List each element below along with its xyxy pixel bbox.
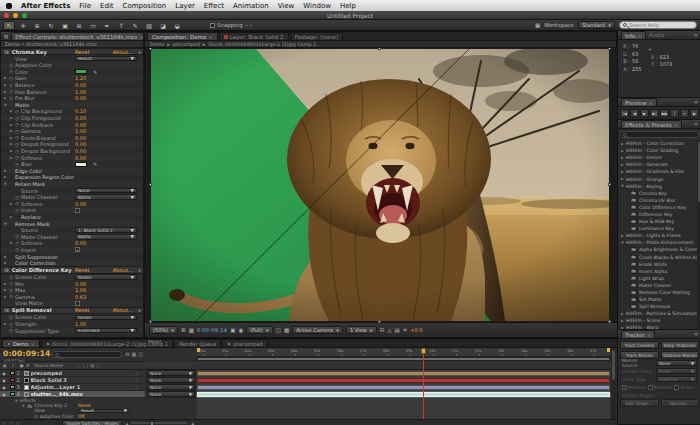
magnification-dropdown[interactable]: (50%)▼: [149, 326, 178, 334]
mask-shape-tool[interactable]: ▭: [87, 21, 99, 30]
timeline-tab[interactable]: Demo×: [2, 339, 40, 347]
track-axis-toggle[interactable]: ✓Position: [622, 385, 646, 390]
preview-tab[interactable]: Preview×: [621, 98, 657, 106]
effects-search-input[interactable]: [629, 132, 689, 137]
snapping-toggle[interactable]: Snapping ⚯ ✕: [210, 22, 253, 28]
property-value[interactable]: 0.00: [75, 135, 86, 141]
twirl-icon[interactable]: ▶: [4, 255, 9, 259]
checkbox[interactable]: [75, 208, 80, 213]
effect-item[interactable]: fxHue & RGB Key: [618, 218, 697, 225]
property-dropdown[interactable]: Result▼: [78, 409, 130, 414]
expand-layers-icon[interactable]: ◻: [3, 421, 6, 425]
label-color-swatch[interactable]: [10, 378, 15, 383]
expand-render-icon[interactable]: ◻: [16, 421, 19, 425]
property-value[interactable]: 0.00: [75, 122, 86, 128]
effects-category[interactable]: ▼HitFilm - Matte Enhancement: [618, 239, 697, 246]
breadcrumb-item[interactable]: precomped: [173, 42, 200, 47]
property-value[interactable]: 1.00: [75, 89, 86, 95]
property-dropdown[interactable]: None▼: [75, 188, 137, 194]
layer-name[interactable]: shutter..._44k.mov: [31, 391, 83, 397]
effect-item[interactable]: fxMatte Cleaner: [618, 282, 697, 289]
orbit-tool[interactable]: ↻: [45, 21, 57, 30]
next-frame-button[interactable]: ▶|: [650, 109, 659, 118]
ram-preview-button[interactable]: ▶: [690, 109, 699, 118]
audio-tab[interactable]: Audio: [649, 32, 665, 38]
effect-item[interactable]: fxSet Matte: [618, 296, 697, 303]
menu-after-effects[interactable]: After Effects: [21, 2, 70, 10]
pixel-aspect-icon[interactable]: ⊟: [380, 327, 385, 333]
comp-tab-composition[interactable]: Composition: Demo×: [147, 32, 218, 40]
property-dropdown[interactable]: Alpha▼: [75, 194, 137, 200]
collapse-icon[interactable]: ▲: [138, 50, 141, 54]
timeline-tab[interactable]: Render Queue: [174, 339, 221, 347]
parent-dropdown[interactable]: None▼: [147, 384, 195, 390]
zoom-in-icon[interactable]: ▲: [190, 420, 195, 425]
composition-image[interactable]: [151, 49, 609, 321]
playhead-grabber[interactable]: [421, 348, 426, 354]
safe-zones-icon[interactable]: ⊞: [181, 327, 186, 333]
effects-category[interactable]: ▶HitFilm - Particles & Simulation: [618, 310, 697, 317]
effect-item[interactable]: fxInvert Alpha: [618, 268, 697, 275]
layer-duration-bar-4[interactable]: [197, 392, 610, 397]
twirl-icon[interactable]: ▶: [10, 215, 15, 219]
label-color-swatch[interactable]: [10, 371, 15, 376]
reset-link[interactable]: Reset: [75, 307, 90, 313]
play-button[interactable]: ▶: [640, 109, 649, 118]
layer-duration-bar-1[interactable]: [197, 371, 610, 376]
track-axis-toggle[interactable]: Rotation: [648, 385, 673, 390]
panel-menu-icon[interactable]: ≡: [694, 32, 698, 38]
stabilize-motion-button[interactable]: Stabilize Motion: [661, 351, 700, 359]
parent-dropdown[interactable]: None▼: [147, 391, 195, 397]
property-value[interactable]: 0.10: [75, 108, 86, 114]
composition-viewport[interactable]: [145, 48, 618, 324]
twirl-icon[interactable]: ▼: [4, 103, 9, 107]
property-value[interactable]: 0.00: [75, 155, 86, 161]
work-area-bar[interactable]: [197, 357, 610, 361]
layer-switches[interactable]: ╱: [136, 371, 141, 376]
effect-item[interactable]: fxErode White: [618, 261, 697, 268]
effects-search[interactable]: [620, 131, 699, 138]
property-dropdown[interactable]: Result▼: [75, 56, 137, 62]
time-ruler[interactable]: 00s01s02s03s04s05s06s07s08s09s10s11s12s1…: [197, 348, 610, 357]
pencil-tool[interactable]: ✎: [129, 21, 141, 30]
brush-tool[interactable]: ▨: [143, 21, 155, 30]
effects-category[interactable]: ▼HitFilm - Keying: [618, 183, 697, 190]
apple-icon[interactable]: [6, 3, 12, 9]
property-value[interactable]: 0.00: [75, 201, 86, 207]
property-value[interactable]: 0.00: [75, 281, 86, 287]
snapping-checkbox[interactable]: [210, 23, 215, 28]
selection-tool[interactable]: ↖: [3, 21, 15, 30]
work-area-end[interactable]: [607, 348, 610, 352]
expand-in-out-icon[interactable]: ◻: [9, 421, 12, 425]
options-button[interactable]: Options...: [661, 399, 700, 407]
selection-handle[interactable]: [149, 183, 152, 186]
breadcrumb-item[interactable]: iStock_000000888010Large-2 (1)jpg Comp 1: [208, 42, 316, 47]
timeline-tab[interactable]: precomped: [222, 339, 267, 347]
last-frame-button[interactable]: ▶▶: [660, 109, 669, 118]
menu-layer[interactable]: Layer: [175, 2, 195, 10]
region-of-interest-icon[interactable]: ◫: [276, 327, 281, 333]
frame-blending-icon[interactable]: ◫: [138, 351, 143, 357]
track-camera-button[interactable]: Track Camera: [620, 341, 659, 349]
menu-window[interactable]: Window: [303, 2, 331, 10]
effect-item[interactable]: fxChroma UV Blur: [618, 197, 697, 204]
effect-item[interactable]: fxAlpha Brightness & Contrast: [618, 246, 697, 253]
effect-item[interactable]: fxSpill Removal: [618, 303, 697, 310]
effect-item[interactable]: fxDifference Key: [618, 211, 697, 218]
color-swatch[interactable]: [75, 69, 87, 74]
menu-view[interactable]: View: [278, 2, 295, 10]
effect-name[interactable]: Spill Removal: [12, 307, 52, 313]
selection-handle[interactable]: [149, 48, 152, 50]
property-value[interactable]: 1.00: [75, 321, 86, 327]
layer-name[interactable]: Adjustm...Layer 1: [31, 384, 81, 390]
checkbox[interactable]: [674, 385, 679, 390]
about-link[interactable]: About...: [113, 307, 133, 313]
property-value[interactable]: 0.00: [75, 141, 86, 147]
eyedropper-icon[interactable]: ✎: [93, 69, 97, 75]
mask-visibility-icon[interactable]: ▦: [189, 327, 194, 333]
visibility-eye-icon[interactable]: ◉: [0, 385, 8, 390]
twirl-icon[interactable]: ▶: [4, 175, 9, 179]
layer-name[interactable]: precomped: [31, 370, 63, 376]
effects-category[interactable]: ▶HitFilm - Color Grading: [618, 147, 697, 154]
current-time[interactable]: 0:00:09:14: [197, 327, 227, 333]
